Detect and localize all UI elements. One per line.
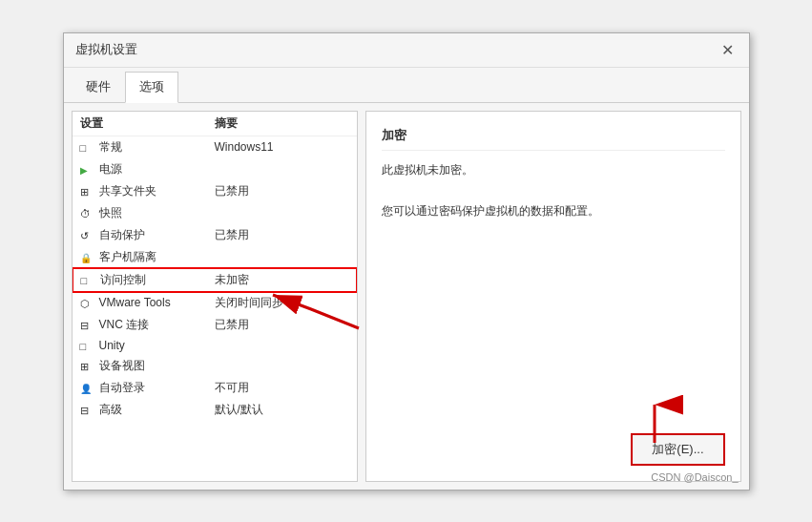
row-device-view[interactable]: 设备视图 (73, 355, 357, 377)
row-isolation[interactable]: 客户机隔离 (73, 246, 357, 268)
access-icon (81, 274, 96, 285)
row-access-control[interactable]: 访问控制 未加密 (73, 268, 357, 292)
right-panel: 加密 此虚拟机未加密。 您可以通过密码保护虚拟机的数据和配置。 加密(E)... (365, 111, 741, 482)
panel-actions: 加密(E)... (382, 433, 725, 466)
row-unity[interactable]: Unity (73, 336, 357, 355)
tab-options[interactable]: 选项 (125, 72, 178, 103)
row-vmware-tools[interactable]: VMware Tools 关闭时间同步 (73, 292, 357, 314)
close-button[interactable]: ✕ (718, 41, 738, 59)
tab-hardware[interactable]: 硬件 (72, 72, 125, 102)
main-content: 设置 摘要 常规 Windows11 电源 (64, 103, 749, 490)
vmwaretools-icon (80, 297, 95, 308)
settings-header: 设置 摘要 (73, 112, 357, 136)
tab-bar: 硬件 选项 (64, 68, 749, 103)
col-settings: 设置 (80, 115, 215, 132)
row-autoprotect[interactable]: 自动保护 已禁用 (73, 224, 357, 246)
monitor-icon (80, 141, 95, 153)
row-snapshot[interactable]: 快照 (73, 202, 357, 224)
row-autologin[interactable]: 自动登录 不可用 (73, 377, 357, 399)
title-bar: 虚拟机设置 ✕ (64, 33, 749, 68)
row-power[interactable]: 电源 (73, 158, 357, 180)
autologin-icon (80, 382, 95, 393)
advanced-icon (80, 404, 95, 415)
panel-title: 加密 (382, 127, 725, 151)
row-vnc[interactable]: VNC 连接 已禁用 (73, 314, 357, 336)
row-general[interactable]: 常规 Windows11 (73, 136, 357, 158)
snapshot-icon (80, 207, 95, 219)
col-summary: 摘要 (215, 115, 349, 132)
row-advanced[interactable]: 高级 默认/默认 (73, 399, 357, 421)
dialog-window: 虚拟机设置 ✕ 硬件 选项 设置 摘要 常规 Windows11 (63, 32, 750, 491)
watermark: CSDN @Daiscon_ (651, 471, 738, 483)
row-shared-folders[interactable]: 共享文件夹 已禁用 (73, 180, 357, 202)
settings-list: 设置 摘要 常规 Windows11 电源 (72, 111, 358, 482)
device-icon (80, 360, 95, 371)
encrypt-button[interactable]: 加密(E)... (631, 433, 724, 466)
share-icon (80, 185, 95, 197)
vnc-icon (80, 319, 95, 330)
isolation-icon (80, 251, 95, 262)
unity-icon (80, 340, 95, 351)
autoprotect-icon (80, 229, 95, 240)
power-icon (80, 163, 95, 175)
panel-desc: 此虚拟机未加密。 您可以通过密码保护虚拟机的数据和配置。 (382, 160, 725, 222)
dialog-title: 虚拟机设置 (75, 41, 137, 58)
